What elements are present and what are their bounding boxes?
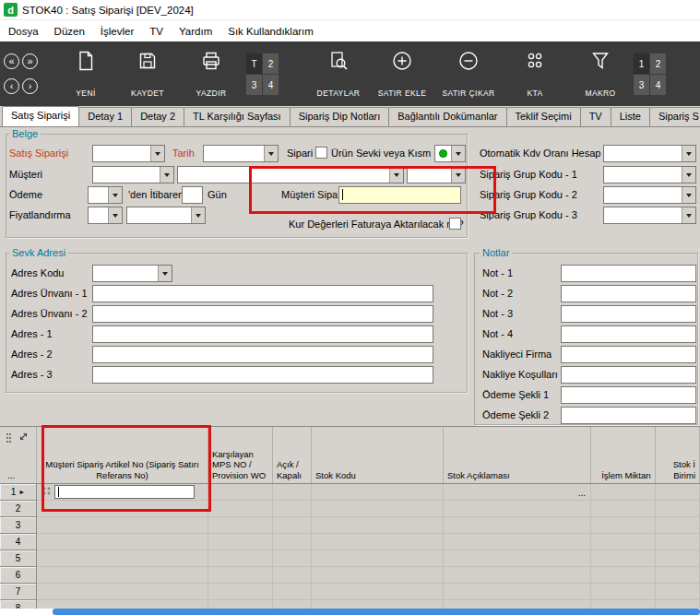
grid-cell[interactable] bbox=[208, 517, 273, 534]
grid-column-header-stok-kodu[interactable]: Stok Kodu bbox=[312, 427, 444, 483]
grid-cell[interactable] bbox=[208, 484, 273, 501]
grid-cell[interactable] bbox=[591, 584, 656, 600]
satis-siparisi-combo[interactable] bbox=[92, 145, 165, 162]
pad-left-tile-t[interactable]: T bbox=[246, 53, 262, 74]
pad-left-tile-2[interactable]: 2 bbox=[263, 53, 279, 74]
grid-cell[interactable] bbox=[273, 501, 312, 517]
grid-cell[interactable]: ... bbox=[444, 484, 591, 501]
cell-editor-input[interactable] bbox=[54, 485, 195, 499]
grid-cell[interactable] bbox=[273, 550, 312, 567]
expand-icon[interactable] bbox=[18, 432, 29, 444]
gun-input[interactable] bbox=[182, 186, 203, 204]
tab-baglantili-dokumanlar[interactable]: Bağlantılı Dokümanlar bbox=[388, 107, 506, 126]
pad-left-tile-4[interactable]: 4 bbox=[263, 75, 279, 95]
adres-2-input[interactable] bbox=[92, 346, 433, 363]
adres-unvani-2-input[interactable] bbox=[92, 305, 433, 323]
row-number-cell[interactable]: 7 bbox=[0, 584, 37, 600]
grid-cell[interactable] bbox=[591, 501, 656, 517]
horizontal-scrollbar[interactable] bbox=[0, 609, 700, 615]
grid-cell[interactable] bbox=[444, 534, 591, 550]
grid-cell[interactable] bbox=[273, 584, 312, 600]
tab-siparis-s[interactable]: Sipariş S bbox=[649, 107, 700, 126]
grid-cell[interactable] bbox=[312, 567, 444, 584]
tab-liste[interactable]: Liste bbox=[611, 107, 650, 126]
grid-cell[interactable] bbox=[444, 567, 591, 584]
kaydet-button[interactable]: KAYDET bbox=[120, 50, 175, 98]
grid-cell[interactable] bbox=[444, 584, 591, 600]
grid-cell[interactable] bbox=[591, 567, 656, 584]
grid-cell[interactable] bbox=[37, 567, 208, 584]
grid-cell[interactable] bbox=[591, 534, 656, 550]
tarih-combo[interactable] bbox=[203, 145, 279, 162]
musteri-sube-combo[interactable] bbox=[407, 166, 466, 183]
not-2-input[interactable] bbox=[561, 285, 696, 302]
adres-1-input[interactable] bbox=[92, 325, 433, 343]
grid-cell[interactable] bbox=[208, 584, 273, 600]
nakliyeci-firma-input[interactable] bbox=[561, 346, 696, 363]
grid-cell[interactable] bbox=[591, 550, 656, 567]
grid-column-header-islem-miktari[interactable]: İşlem Miktarı bbox=[591, 427, 656, 483]
fiyatlandirma-combo-2[interactable] bbox=[126, 207, 206, 224]
pad-right-tile-3[interactable]: 3 bbox=[634, 75, 649, 95]
row-number-cell[interactable]: 4 bbox=[0, 534, 37, 550]
not-1-input[interactable] bbox=[561, 265, 696, 282]
detaylar-button[interactable]: DETAYLAR bbox=[308, 50, 369, 98]
menu-islevler[interactable]: İşlevler bbox=[101, 26, 134, 37]
grid-column-header-mps[interactable]: Karşılayan MPS NO / Provision WO bbox=[208, 427, 273, 483]
grid-cell[interactable] bbox=[208, 567, 273, 584]
kur-degerleri-checkbox[interactable] bbox=[449, 218, 461, 230]
tab-siparis-dip-notlari[interactable]: Sipariş Dip Notları bbox=[290, 107, 390, 126]
scrollbar-thumb[interactable] bbox=[53, 609, 700, 615]
grid-cell[interactable] bbox=[656, 550, 700, 567]
grid-column-header-artikel-no[interactable]: Müşteri Sipariş Artikel No (Sipariş Satı… bbox=[37, 427, 208, 483]
nav-last-button[interactable]: » bbox=[22, 53, 38, 69]
grid-cell[interactable] bbox=[312, 550, 444, 567]
grid-cell[interactable] bbox=[444, 517, 591, 534]
menu-dosya[interactable]: Dosya bbox=[8, 26, 39, 37]
grid-cell[interactable] bbox=[273, 567, 312, 584]
grid-corner-header[interactable]: ... bbox=[0, 427, 37, 483]
grid-cell[interactable] bbox=[312, 517, 444, 534]
grid-cell[interactable] bbox=[37, 517, 208, 534]
nav-first-button[interactable]: « bbox=[4, 53, 19, 69]
nav-next-button[interactable]: › bbox=[22, 78, 38, 94]
yazdir-button[interactable]: YAZDIR bbox=[183, 50, 240, 98]
grid-cell[interactable] bbox=[444, 501, 591, 517]
tab-detay-2[interactable]: Detay 2 bbox=[131, 107, 184, 126]
grid-cell[interactable] bbox=[37, 501, 208, 517]
odeme-sekli-1-input[interactable] bbox=[561, 386, 696, 404]
adres-3-input[interactable] bbox=[92, 366, 433, 384]
satir-cikar-button[interactable]: KTA SATIR ÇIKAR bbox=[435, 50, 502, 98]
grid-cell[interactable] bbox=[656, 517, 700, 534]
grid-cell[interactable] bbox=[273, 484, 312, 501]
menu-tv[interactable]: TV bbox=[149, 26, 163, 37]
row-number-cell[interactable]: 5 bbox=[0, 550, 37, 567]
grid-cell[interactable] bbox=[656, 484, 700, 501]
siparis-grup-1-combo[interactable] bbox=[603, 166, 696, 183]
grid-cell[interactable] bbox=[312, 534, 444, 550]
grid-cell[interactable] bbox=[208, 550, 273, 567]
grid-cell[interactable] bbox=[208, 501, 273, 517]
grid-column-header-acik-kapali[interactable]: Açık / Kapalı bbox=[273, 427, 312, 483]
grid-cell[interactable] bbox=[37, 584, 208, 600]
grid-cell[interactable] bbox=[656, 567, 700, 584]
not-3-input[interactable] bbox=[561, 305, 696, 323]
grid-cell[interactable] bbox=[208, 534, 273, 550]
kta-button[interactable]: KTA bbox=[513, 50, 557, 98]
pad-right-tile-1[interactable]: 1 bbox=[634, 53, 649, 74]
musteri-sipa-input[interactable] bbox=[338, 186, 461, 204]
odeme-combo[interactable] bbox=[88, 186, 123, 204]
tab-detay-1[interactable]: Detay 1 bbox=[78, 107, 132, 126]
grid-cell[interactable] bbox=[312, 501, 444, 517]
row-number-cell[interactable]: 3 bbox=[0, 517, 37, 534]
grid-cell[interactable] bbox=[312, 484, 444, 501]
musteri-adi-combo[interactable] bbox=[177, 166, 404, 183]
satir-ekle-button[interactable]: SATIR EKLE bbox=[373, 50, 432, 98]
grid-cell-artikel-no[interactable] bbox=[37, 484, 208, 501]
adres-unvani-1-input[interactable] bbox=[92, 285, 433, 302]
tab-tl-karsiligi-sayfasi[interactable]: TL Karşılığı Sayfası bbox=[184, 107, 291, 126]
tab-satis-siparisi[interactable]: Satış Siparişi bbox=[2, 106, 79, 127]
pad-right-tile-2[interactable]: 2 bbox=[650, 53, 666, 74]
grid-cell[interactable] bbox=[37, 534, 208, 550]
pad-right-tile-4[interactable]: 4 bbox=[650, 75, 666, 95]
